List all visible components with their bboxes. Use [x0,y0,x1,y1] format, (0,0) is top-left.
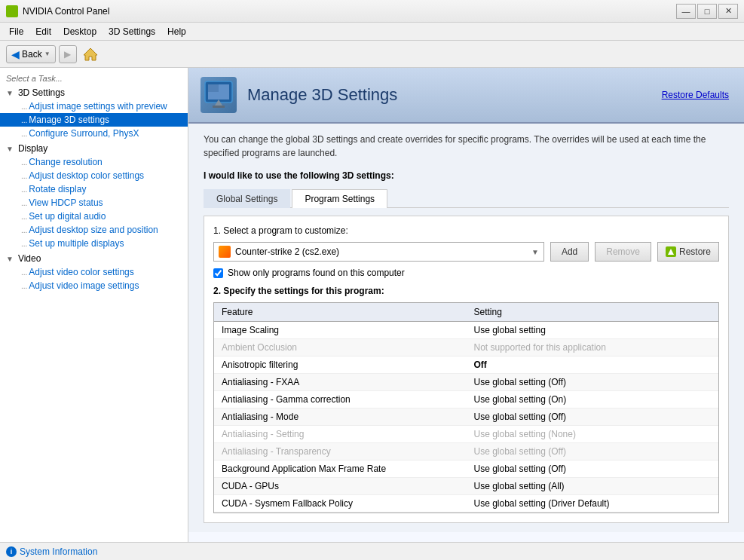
system-info-link[interactable]: i System Information [6,546,97,557]
feature-cell: Anisotropic filtering [214,357,467,374]
program-select-value: Counter-strike 2 (cs2.exe) [219,246,339,258]
svg-rect-4 [208,84,219,92]
main-layout: Select a Task... ▼ 3D Settings ... Adjus… [0,68,744,542]
sidebar-item-rotate-display[interactable]: ... Rotate display [0,182,188,196]
svg-marker-1 [84,48,97,60]
add-program-button[interactable]: Add [550,242,589,262]
setting-cell: Use global setting (Off) [467,409,719,426]
sidebar-item-adjust-color[interactable]: ... Adjust desktop color settings [0,169,188,182]
sidebar-label-display: Display [18,143,47,154]
settings-question: I would like to use the following 3D set… [204,170,729,181]
table-row[interactable]: Antialiasing - TransparencyUse global se… [214,443,718,461]
table-row[interactable]: Antialiasing - ModeUse global setting (O… [214,409,718,426]
setting-cell: Not supported for this application [467,339,719,357]
sidebar-item-change-resolution[interactable]: ... Change resolution [0,155,188,169]
menu-edit[interactable]: Edit [29,23,57,40]
feature-cell: Antialiasing - Setting [214,426,467,443]
specify-settings-label: 2. Specify the settings for this program… [213,286,719,296]
close-button[interactable]: ✕ [718,4,738,19]
sidebar-item-adjust-image[interactable]: ... Adjust image settings with preview [0,99,188,113]
feature-cell: Image Scaling [214,322,467,339]
svg-marker-0 [8,8,16,14]
sidebar-header: Select a Task... [0,71,188,84]
table-row[interactable]: Low Latency ModeUse global setting (Ultr… [214,513,718,514]
table-row[interactable]: Ambient OcclusionNot supported for this … [214,339,718,357]
window-title: NVIDIA Control Panel [23,6,109,17]
minimize-button[interactable]: — [676,4,696,19]
program-select-dropdown[interactable]: Counter-strike 2 (cs2.exe) ▼ [213,242,544,262]
sidebar-item-manage-3d[interactable]: ... Manage 3D settings [0,113,188,127]
menu-help[interactable]: Help [161,23,192,40]
tab-program[interactable]: Program Settings [292,189,387,208]
remove-program-button[interactable]: Remove [595,242,651,262]
show-only-checkbox[interactable] [213,268,223,278]
setting-cell: Use global setting (Off) [467,461,719,478]
table-row[interactable]: CUDA - Sysmem Fallback PolicyUse global … [214,495,718,513]
content-area: Manage 3D Settings Restore Defaults You … [188,68,744,542]
page-title-container: Manage 3D Settings [247,85,397,105]
system-info-label: System Information [20,546,97,557]
sidebar-item-display[interactable]: ▼ Display [0,142,188,155]
tree-section-3d: ▼ 3D Settings ... Adjust image settings … [0,86,188,140]
restore-button-label: Restore [679,246,711,257]
content-header: Manage 3D Settings Restore Defaults [188,68,744,124]
setting-cell: Use global setting [467,322,719,339]
settings-panel: 1. Select a program to customize: Counte… [204,216,729,523]
feature-cell: CUDA - Sysmem Fallback Policy [214,495,467,513]
restore-program-button[interactable]: Restore [657,242,719,262]
back-label: Back [22,49,42,60]
sidebar-item-3d-settings[interactable]: ▼ 3D Settings [0,86,188,99]
restore-nvidia-icon [666,246,676,257]
table-row[interactable]: Antialiasing - FXAAUse global setting (O… [214,374,718,391]
nvidia-icon [6,5,18,17]
home-button[interactable] [80,44,101,65]
table-row[interactable]: Antialiasing - Gamma correctionUse globa… [214,391,718,409]
sidebar-item-video[interactable]: ▼ Video [0,252,188,265]
sidebar-item-configure-surround[interactable]: ... Configure Surround, PhysX [0,127,188,140]
expand-icon-video: ▼ [6,255,14,263]
tree-section-video: ▼ Video ... Adjust video color settings … [0,252,188,292]
sidebar-item-desktop-size[interactable]: ... Adjust desktop size and position [0,223,188,237]
table-row[interactable]: Image ScalingUse global setting [214,322,718,339]
select-program-label: 1. Select a program to customize: [213,225,719,236]
feature-cell: Antialiasing - Transparency [214,443,467,461]
back-arrow-icon: ◀ [11,48,20,60]
menu-desktop[interactable]: Desktop [57,23,103,40]
expand-icon-display: ▼ [6,145,14,153]
table-row[interactable]: Background Application Max Frame RateUse… [214,461,718,478]
home-icon [82,46,99,63]
tab-global[interactable]: Global Settings [204,189,290,208]
setting-cell: Use global setting (None) [467,426,719,443]
menu-file[interactable]: File [3,23,29,40]
sidebar-item-digital-audio[interactable]: ... Set up digital audio [0,210,188,223]
tree-section-display: ▼ Display ... Change resolution ... Adju… [0,142,188,250]
settings-table: Feature Setting Image ScalingUse global … [214,303,718,513]
title-bar: NVIDIA Control Panel — □ ✕ [0,0,744,23]
sidebar-item-multiple-displays[interactable]: ... Set up multiple displays [0,237,188,250]
setting-cell: Use global setting (All) [467,478,719,495]
description-text: You can change the global 3D settings an… [204,133,729,160]
table-row[interactable]: Antialiasing - SettingUse global setting… [214,426,718,443]
forward-button[interactable]: ▶ [59,45,77,63]
maximize-button[interactable]: □ [697,4,717,19]
sidebar-item-video-color[interactable]: ... Adjust video color settings [0,265,188,279]
show-only-checkbox-row: Show only programs found on this compute… [213,268,719,278]
sidebar: Select a Task... ▼ 3D Settings ... Adjus… [0,68,188,542]
back-button[interactable]: ◀ Back ▼ [6,45,56,63]
table-row[interactable]: CUDA - GPUsUse global setting (All) [214,478,718,495]
setting-cell: Use global setting (On) [467,391,719,409]
sidebar-item-view-hdcp[interactable]: ... View HDCP status [0,196,188,210]
restore-defaults-button[interactable]: Restore Defaults [662,90,729,100]
back-dropdown-icon: ▼ [44,50,51,57]
settings-table-container[interactable]: Feature Setting Image ScalingUse global … [213,302,719,513]
feature-cell: Antialiasing - Mode [214,409,467,426]
column-header-feature: Feature [214,303,467,322]
setting-cell: Use global setting (Driver Default) [467,495,719,513]
menu-3dsettings[interactable]: 3D Settings [103,23,161,40]
table-row[interactable]: Anisotropic filteringOff [214,357,718,374]
program-row: Counter-strike 2 (cs2.exe) ▼ Add Remove … [213,242,719,262]
feature-cell: Antialiasing - Gamma correction [214,391,467,409]
sidebar-item-video-image[interactable]: ... Adjust video image settings [0,279,188,292]
menu-bar: File Edit Desktop 3D Settings Help [0,23,744,41]
title-bar-left: NVIDIA Control Panel [6,5,109,17]
